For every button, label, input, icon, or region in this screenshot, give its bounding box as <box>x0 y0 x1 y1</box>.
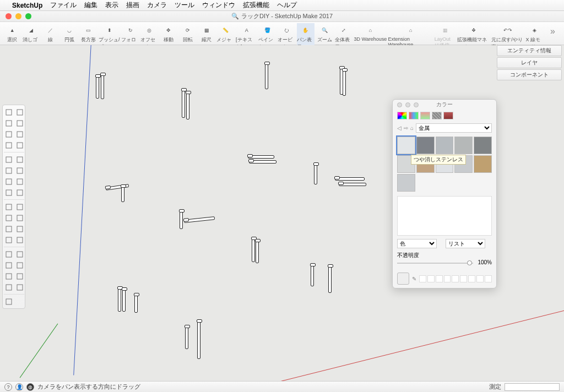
opacity-slider[interactable]: 100% <box>397 259 492 267</box>
model-nail[interactable] <box>249 160 276 164</box>
material-swatch[interactable] <box>436 137 454 154</box>
tray-entity-info[interactable]: エンティティ情報 <box>497 45 562 56</box>
tray-components[interactable]: コンポーネント <box>497 69 562 80</box>
palettes-tab[interactable] <box>420 112 430 119</box>
menu-file[interactable]: ファイル <box>50 1 77 10</box>
tray-layers[interactable]: レイヤ <box>497 57 562 68</box>
menu-camera[interactable]: カメラ <box>147 1 167 10</box>
tool-select[interactable] <box>4 107 13 117</box>
tool-followme[interactable] <box>15 155 24 164</box>
model-nail[interactable] <box>186 92 189 119</box>
tool-line[interactable] <box>4 118 13 128</box>
model-nail[interactable] <box>185 326 188 349</box>
tool-orbit[interactable] <box>4 224 13 233</box>
close-icon[interactable] <box>397 102 402 107</box>
color-cell[interactable] <box>476 275 484 282</box>
tool-offset[interactable] <box>15 177 24 186</box>
tool-prev[interactable] <box>15 235 24 244</box>
measurement-input[interactable] <box>505 383 560 391</box>
material-swatch[interactable] <box>397 137 415 154</box>
help-icon[interactable]: ? <box>4 383 12 391</box>
tool-protractor[interactable] <box>15 188 24 197</box>
model-nail[interactable] <box>184 216 215 223</box>
list-select[interactable]: リスト <box>446 239 485 248</box>
model-nail[interactable] <box>96 75 99 99</box>
material-swatch[interactable] <box>416 137 435 154</box>
menu-window[interactable]: ウィンドウ <box>202 1 235 10</box>
mode-select[interactable]: 色 <box>397 239 437 248</box>
tool-zoom[interactable] <box>15 224 24 233</box>
library-select[interactable]: 金属 <box>416 123 492 133</box>
tool-polygon[interactable] <box>4 140 13 150</box>
back-icon[interactable]: ◁ <box>397 125 402 131</box>
user-icon[interactable]: 👤 <box>15 383 23 391</box>
toolbar-rotate[interactable]: ⟳回転 <box>178 23 197 43</box>
material-swatch[interactable] <box>397 174 415 192</box>
tool-rect[interactable] <box>4 129 13 139</box>
toolbar-ew[interactable]: ⌂Extension Warehouse <box>388 23 433 47</box>
color-cell[interactable] <box>485 275 492 282</box>
model-nail[interactable] <box>121 186 124 202</box>
zoom-button[interactable] <box>25 13 31 19</box>
material-swatch[interactable] <box>474 155 492 173</box>
color-cell[interactable] <box>460 275 467 282</box>
color-cell[interactable] <box>444 275 451 282</box>
color-cell[interactable] <box>427 275 435 282</box>
geo-icon[interactable]: ◍ <box>26 383 34 391</box>
toolbar-move[interactable]: ✥移動 <box>160 23 178 43</box>
model-nail[interactable] <box>118 287 121 312</box>
tool-tape[interactable] <box>4 188 13 197</box>
menu-tools[interactable]: ツール <box>175 1 194 10</box>
tool-move[interactable] <box>4 166 13 175</box>
colors-window[interactable]: カラー ◁ ⇨ ⌂ 金属 色 リスト 不透明度 100% ✎ つや消しステンレス <box>392 99 497 288</box>
tool-solid[interactable] <box>4 282 13 292</box>
colorwheel-tab[interactable] <box>397 112 407 119</box>
toolbar-overflow[interactable]: » <box>545 23 561 40</box>
model-nail[interactable] <box>335 177 365 181</box>
tool-circle[interactable] <box>15 129 24 139</box>
tool-xray[interactable] <box>4 271 13 281</box>
model-nail[interactable] <box>314 164 317 184</box>
image-tab[interactable] <box>432 112 442 119</box>
toolbar-scale[interactable]: ▩縮尺 <box>198 23 216 43</box>
zoom-icon[interactable] <box>414 102 419 107</box>
color-cell[interactable] <box>452 275 459 282</box>
model-nail[interactable] <box>328 265 332 293</box>
color-cell[interactable] <box>436 275 443 282</box>
toolbar-zoom[interactable]: 🔍ズーム <box>316 23 334 43</box>
toolbar-3dw[interactable]: ⌂3D Warehouse <box>354 23 387 42</box>
tool-rotate[interactable] <box>15 166 24 175</box>
menu-draw[interactable]: 描画 <box>126 1 139 10</box>
tool-style[interactable] <box>15 260 24 270</box>
tool-pan[interactable] <box>4 235 13 244</box>
tool-walk[interactable] <box>15 249 24 259</box>
close-button[interactable] <box>6 13 12 19</box>
material-swatch[interactable] <box>454 137 473 154</box>
colors-titlebar[interactable]: カラー <box>393 100 496 110</box>
model-nail[interactable] <box>265 63 268 89</box>
tool-sandbox[interactable] <box>15 107 24 117</box>
tool-look[interactable] <box>4 260 13 270</box>
tool-arc[interactable] <box>15 140 24 150</box>
home-icon[interactable]: ⌂ <box>410 125 414 131</box>
menu-extensions[interactable]: 拡張機能 <box>243 1 269 10</box>
minimize-icon[interactable] <box>405 102 410 107</box>
nav-icon[interactable]: ⇨ <box>404 125 408 131</box>
model-nail[interactable] <box>343 69 346 96</box>
minimize-button[interactable] <box>15 13 21 19</box>
tool-intersect[interactable] <box>4 297 13 306</box>
model-nail[interactable] <box>339 183 366 186</box>
tool-position[interactable] <box>4 249 13 259</box>
current-color[interactable] <box>397 273 409 285</box>
tool-section[interactable] <box>4 213 13 222</box>
menu-view[interactable]: 表示 <box>105 1 118 10</box>
tool-3dw[interactable] <box>15 271 24 281</box>
model-nail[interactable] <box>248 155 274 159</box>
tool-text[interactable] <box>15 202 24 211</box>
tool-outer[interactable] <box>15 282 24 292</box>
toolbar-select[interactable]: ▲選択 <box>3 23 21 43</box>
menu-edit[interactable]: 編集 <box>84 1 97 10</box>
menu-help[interactable]: ヘルプ <box>277 1 297 10</box>
color-cell[interactable] <box>419 275 426 282</box>
material-swatch[interactable] <box>474 137 492 154</box>
